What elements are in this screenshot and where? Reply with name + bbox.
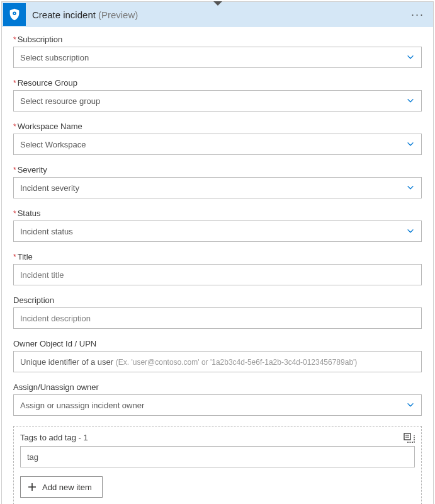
chevron-down-icon: [406, 96, 415, 105]
chevron-down-icon: [406, 140, 415, 149]
select-severity-value: Incident severity: [20, 183, 79, 193]
label-status: Status: [13, 209, 422, 218]
add-new-item-button[interactable]: Add new item: [20, 476, 103, 498]
sentinel-shield-icon: [3, 3, 26, 26]
card-title: Create incident: [32, 9, 96, 20]
label-subscription: Subscription: [13, 35, 422, 44]
more-options-button[interactable]: ···: [409, 8, 427, 21]
select-subscription[interactable]: Select subscription: [13, 47, 422, 68]
field-severity: Severity Incident severity: [13, 165, 422, 198]
tag-input-value: tag: [27, 452, 38, 462]
label-description: Description: [13, 295, 422, 305]
label-workspace-name: Workspace Name: [13, 122, 422, 131]
field-owner: Owner Object Id / UPN Unique identifier …: [13, 339, 422, 372]
chevron-down-icon: [406, 183, 415, 192]
select-assign-value: Assign or unassign incident owner: [20, 401, 144, 410]
select-severity[interactable]: Incident severity: [13, 177, 422, 198]
input-title[interactable]: [13, 264, 422, 285]
tag-input[interactable]: tag: [20, 446, 415, 467]
select-assign[interactable]: Assign or unassign incident owner: [13, 394, 422, 416]
collapse-notch-icon[interactable]: [213, 1, 222, 6]
form-body: Subscription Select subscription Resourc…: [2, 27, 433, 504]
field-assign: Assign/Unassign owner Assign or unassign…: [13, 382, 422, 416]
label-resource-group: Resource Group: [13, 78, 422, 88]
label-title: Title: [13, 252, 422, 261]
select-status[interactable]: Incident status: [13, 220, 422, 242]
input-owner-hint: (Ex. 'user@contoso.com' or '1a2b3c4d-5e6…: [116, 358, 358, 367]
svg-rect-0: [404, 433, 410, 440]
add-new-item-label: Add new item: [42, 483, 92, 492]
card-preview-badge: (Preview): [98, 9, 138, 20]
input-owner-placeholder: Unique identifier of a user: [20, 357, 116, 367]
chevron-down-icon: [406, 227, 415, 236]
label-severity: Severity: [13, 165, 422, 175]
create-incident-card: Create incident (Preview) ··· Subscripti…: [1, 1, 434, 504]
input-owner[interactable]: Unique identifier of a user (Ex. 'user@c…: [13, 351, 422, 372]
select-resource-group[interactable]: Select resource group: [13, 90, 422, 112]
field-resource-group: Resource Group Select resource group: [13, 78, 422, 112]
tags-section: Tags to add tag - 1 tag Add new item: [13, 426, 422, 504]
field-description: Description: [13, 295, 422, 329]
select-workspace-name[interactable]: Select Workspace: [13, 134, 422, 155]
select-subscription-value: Select subscription: [20, 53, 89, 62]
tags-label: Tags to add tag - 1: [20, 433, 415, 442]
card-header: Create incident (Preview) ···: [2, 2, 433, 27]
input-description-field[interactable]: [20, 314, 415, 323]
input-title-field[interactable]: [20, 270, 415, 280]
field-subscription: Subscription Select subscription: [13, 35, 422, 68]
select-resource-group-value: Select resource group: [20, 96, 100, 106]
switch-mode-icon[interactable]: [404, 433, 415, 444]
select-status-value: Incident status: [20, 227, 73, 236]
field-title: Title: [13, 252, 422, 285]
field-status: Status Incident status: [13, 209, 422, 242]
chevron-down-icon: [406, 401, 415, 410]
field-workspace-name: Workspace Name Select Workspace: [13, 122, 422, 155]
plus-icon: [27, 482, 37, 492]
chevron-down-icon: [406, 53, 415, 62]
label-assign: Assign/Unassign owner: [13, 382, 422, 392]
input-description[interactable]: [13, 307, 422, 329]
select-workspace-name-value: Select Workspace: [20, 140, 86, 149]
label-owner: Owner Object Id / UPN: [13, 339, 422, 348]
